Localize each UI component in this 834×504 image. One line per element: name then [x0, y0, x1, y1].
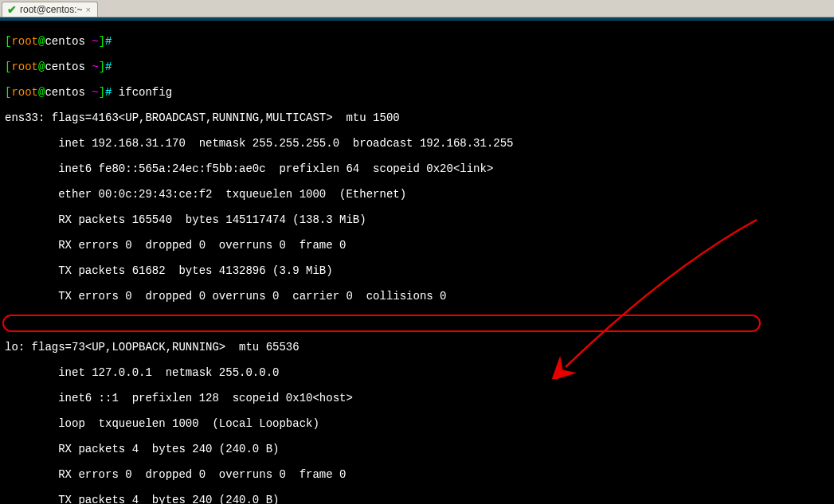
tab-bar: ✔ root@centos:~ × [0, 0, 834, 18]
prompt-line: [root@centos ~]# [5, 61, 829, 73]
ifconfig-output: lo: flags=73<UP,LOOPBACK,RUNNING> mtu 65… [5, 341, 829, 354]
tab-title: root@centos:~ [20, 4, 83, 15]
blank-line [5, 315, 829, 328]
command-ifconfig: [root@centos ~]# ifconfig [5, 86, 829, 99]
terminal-tab[interactable]: ✔ root@centos:~ × [2, 2, 98, 17]
prompt-line: [root@centos ~]# [5, 35, 829, 48]
ifconfig-output: inet 127.0.0.1 netmask 255.0.0.0 [5, 366, 829, 379]
ifconfig-output: RX errors 0 dropped 0 overruns 0 frame 0 [5, 239, 829, 252]
ifconfig-output: loop txqueuelen 1000 (Local Loopback) [5, 417, 829, 430]
terminal-output[interactable]: [root@centos ~]# [root@centos ~]# [root@… [0, 21, 834, 504]
ifconfig-output: ens33: flags=4163<UP,BROADCAST,RUNNING,M… [5, 111, 829, 124]
close-icon[interactable]: × [86, 5, 91, 14]
check-icon: ✔ [7, 3, 17, 16]
ifconfig-output: ether 00:0c:29:43:ce:f2 txqueuelen 1000 … [5, 188, 829, 201]
ifconfig-output: TX packets 4 bytes 240 (240.0 B) [5, 494, 829, 504]
ifconfig-output: TX errors 0 dropped 0 overruns 0 carrier… [5, 290, 829, 303]
ifconfig-output: TX packets 61682 bytes 4132896 (3.9 MiB) [5, 264, 829, 277]
ifconfig-output: inet6 fe80::565a:24ec:f5bb:ae0c prefixle… [5, 162, 829, 175]
ifconfig-output: RX errors 0 dropped 0 overruns 0 frame 0 [5, 468, 829, 481]
ifconfig-output: RX packets 4 bytes 240 (240.0 B) [5, 443, 829, 455]
ifconfig-output: inet6 ::1 prefixlen 128 scopeid 0x10<hos… [5, 392, 829, 404]
ifconfig-output: RX packets 165540 bytes 145117474 (138.3… [5, 213, 829, 226]
ifconfig-output: inet 192.168.31.170 netmask 255.255.255.… [5, 137, 829, 150]
